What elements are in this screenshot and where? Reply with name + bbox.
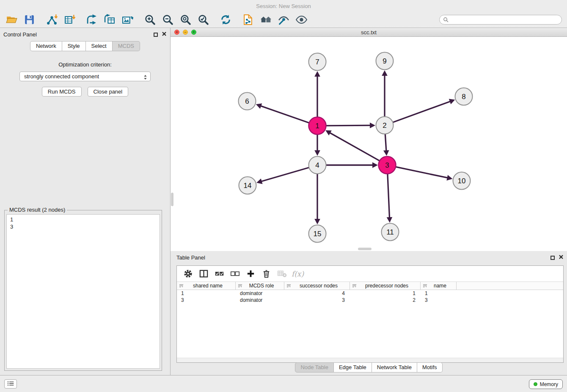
table-tab-motifs[interactable]: Motifs: [417, 362, 443, 373]
close-table-panel-icon[interactable]: [559, 254, 564, 261]
edge-2-8[interactable]: [393, 101, 451, 122]
show-graphics-details-icon[interactable]: [292, 13, 310, 27]
unselect-all-columns-icon[interactable]: [227, 268, 243, 280]
mcds-result-list[interactable]: 13: [6, 214, 160, 369]
export-image-icon[interactable]: [118, 13, 136, 27]
mcds-result-line: 1: [10, 216, 156, 223]
vertical-scrollbar-thumb[interactable]: [171, 193, 173, 206]
tab-style[interactable]: Style: [62, 41, 86, 51]
node-11[interactable]: 11: [382, 224, 399, 241]
edge-3-10[interactable]: [396, 167, 448, 178]
node-2[interactable]: 2: [376, 117, 394, 134]
table-horizontal-scrollbar[interactable]: [177, 358, 563, 362]
node-7[interactable]: 7: [309, 53, 326, 71]
table-row[interactable]: 3dominator323: [177, 297, 563, 304]
edge-2-3[interactable]: [385, 134, 386, 151]
table-tab-edge-table[interactable]: Edge Table: [334, 362, 372, 373]
column-header-shared-name[interactable]: shared name: [177, 282, 236, 290]
tab-network[interactable]: Network: [30, 41, 62, 51]
table-panel-title: Table Panel: [176, 254, 205, 261]
edge-3-11[interactable]: [388, 174, 390, 218]
node-label-9: 9: [383, 57, 386, 65]
main-toolbar-icons: [3, 13, 310, 27]
node-6[interactable]: 6: [239, 93, 256, 110]
table-cell: 3: [177, 297, 236, 303]
chevron-up-down-icon: [143, 74, 147, 83]
column-header-successor-nodes[interactable]: successor nodes: [284, 282, 350, 290]
node-10[interactable]: 10: [453, 172, 471, 190]
run-mcds-button[interactable]: Run MCDS: [42, 87, 82, 97]
table-cell: 1: [350, 290, 421, 296]
network-view-window: × − + scc.txt 7968124314101511: [171, 28, 567, 251]
table-panel: Table Panel f(x) shared nameMCDS rolesuc…: [171, 251, 567, 375]
task-history-button[interactable]: [4, 379, 17, 389]
table-header-row: shared nameMCDS rolesuccessor nodesprede…: [177, 282, 563, 290]
node-15[interactable]: 15: [309, 225, 326, 243]
memory-button[interactable]: Memory: [529, 379, 563, 389]
edge-4-14[interactable]: [261, 168, 309, 182]
delete-columns-icon[interactable]: [259, 268, 274, 280]
window-minimize-icon[interactable]: −: [183, 30, 188, 35]
search-input[interactable]: [439, 15, 562, 25]
node-1[interactable]: 1: [309, 117, 326, 135]
settings-gear-icon[interactable]: [180, 268, 196, 280]
close-panel-button[interactable]: Close panel: [88, 87, 129, 97]
horizontal-scrollbar-thumb[interactable]: [358, 248, 372, 250]
network-window-title-bar: × − + scc.txt: [171, 28, 567, 37]
select-all-columns-icon[interactable]: [212, 268, 227, 280]
save-session-icon[interactable]: [20, 13, 38, 27]
node-9[interactable]: 9: [376, 52, 394, 70]
table-tab-node-table[interactable]: Node Table: [295, 362, 334, 373]
node-3[interactable]: 3: [379, 157, 396, 174]
tab-mcds[interactable]: MCDS: [113, 41, 140, 51]
import-table-icon[interactable]: [61, 13, 78, 27]
table-cell: 1: [177, 290, 236, 296]
edge-arrowhead-4-15: [314, 219, 320, 224]
close-panel-icon[interactable]: [162, 31, 167, 38]
network-table-icon[interactable]: [101, 13, 118, 27]
refresh-layout-icon[interactable]: [217, 13, 234, 27]
open-session-file-icon[interactable]: [239, 13, 257, 27]
edge-3-1[interactable]: [330, 133, 380, 161]
home-network-icon[interactable]: [257, 13, 275, 27]
node-label-6: 6: [245, 97, 249, 105]
control-panel-title: Control Panel: [3, 31, 37, 38]
node-14[interactable]: 14: [239, 177, 256, 194]
table-row[interactable]: 1dominator411: [177, 290, 563, 297]
add-column-icon[interactable]: [243, 268, 259, 280]
float-panel-icon[interactable]: [154, 33, 158, 37]
network-clone-icon[interactable]: [83, 13, 101, 27]
optimization-criterion-label: Optimization criterion:: [0, 61, 170, 68]
control-panel: Control Panel NetworkStyleSelectMCDS Opt…: [0, 28, 171, 375]
tab-select[interactable]: Select: [86, 41, 113, 51]
column-header-name[interactable]: name: [421, 282, 457, 290]
table-tab-network-table[interactable]: Network Table: [372, 362, 417, 373]
network-graph: 7968124314101511: [171, 37, 567, 251]
column-header-mcds-role[interactable]: MCDS role: [236, 282, 284, 290]
edge-1-6[interactable]: [260, 106, 309, 123]
zoom-in-icon[interactable]: [141, 13, 159, 27]
open-file-icon[interactable]: [3, 13, 20, 27]
show-column-icon[interactable]: [196, 268, 212, 280]
criterion-dropdown-value: strongly connected component: [24, 73, 99, 80]
network-window-title: scc.txt: [361, 29, 377, 36]
zoom-selected-icon[interactable]: [194, 13, 212, 27]
search-box: [439, 15, 562, 25]
criterion-dropdown[interactable]: strongly connected component: [19, 72, 151, 81]
network-canvas[interactable]: 7968124314101511: [171, 37, 567, 251]
node-4[interactable]: 4: [309, 157, 326, 174]
float-table-panel-icon[interactable]: [550, 256, 555, 260]
table-cell: 2: [350, 297, 421, 303]
column-header-predecessor-nodes[interactable]: predecessor nodes: [350, 282, 421, 290]
zoom-out-icon[interactable]: [159, 13, 176, 27]
style-preview-icon[interactable]: [275, 13, 292, 27]
window-close-icon[interactable]: ×: [174, 30, 179, 35]
zoom-fit-icon[interactable]: [176, 13, 194, 27]
import-network-icon[interactable]: [43, 13, 61, 27]
node-8[interactable]: 8: [455, 88, 473, 105]
table-cell: 1: [421, 290, 457, 296]
window-maximize-icon[interactable]: +: [191, 30, 196, 35]
column-header-filler: [457, 282, 563, 290]
edge-1-2[interactable]: [326, 125, 371, 126]
node-label-7: 7: [315, 58, 319, 66]
